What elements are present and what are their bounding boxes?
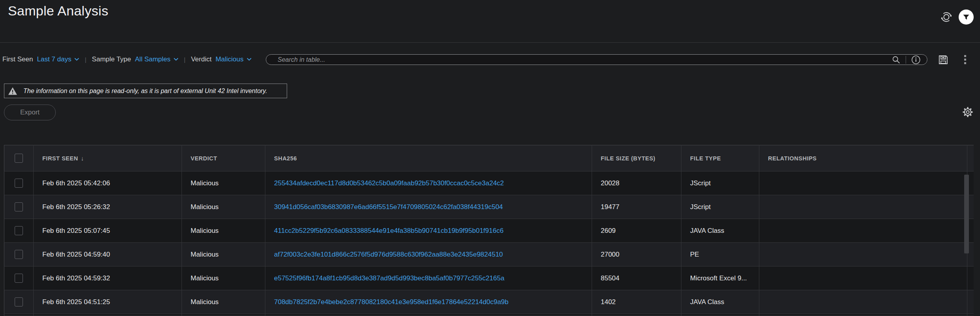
refresh-sync-icon xyxy=(940,10,953,24)
cell-first-seen: Feb 6th 2025 05:42:06 xyxy=(34,171,182,195)
filter-verdict-label: Verdict xyxy=(191,55,212,63)
filter-first-seen-label: First Seen xyxy=(2,55,33,63)
search-icon[interactable] xyxy=(892,55,901,64)
column-header-relationships[interactable]: RELATIONSHIPS xyxy=(759,145,967,171)
cell-file-size: 85504 xyxy=(592,267,681,290)
cell-verdict: Malicious xyxy=(182,219,265,243)
table-search xyxy=(266,54,927,65)
gear-icon xyxy=(962,106,974,118)
column-header-file-type[interactable]: FILE TYPE xyxy=(681,145,759,171)
sha256-link[interactable]: 255434afdecd0ec117d8d0b53462c5b0a09faab9… xyxy=(274,179,504,187)
select-all-checkbox[interactable] xyxy=(15,154,23,163)
topbar-icons xyxy=(940,10,974,25)
page-title: Sample Analysis xyxy=(8,3,108,19)
column-header-verdict[interactable]: VERDICT xyxy=(182,145,265,171)
cell-file-type: JScript xyxy=(681,195,759,219)
scrollbar-track-cell xyxy=(967,267,974,290)
cell-file-size: 20028 xyxy=(592,171,681,195)
header-divider xyxy=(0,42,980,43)
cell-verdict: Malicious xyxy=(182,243,265,267)
table-row[interactable]: Feb 6th 2025 05:26:32 Malicious 30941d05… xyxy=(4,195,974,219)
row-checkbox[interactable] xyxy=(15,179,23,188)
cell-first-seen: Feb 6th 2025 04:59:32 xyxy=(34,267,182,290)
column-header-first-seen[interactable]: FIRST SEEN↓ xyxy=(34,145,182,171)
cell-file-type: Microsoft Excel 9... xyxy=(681,267,759,290)
cell-first-seen: Feb 6th 2025 05:07:45 xyxy=(34,219,182,243)
save-view-button[interactable] xyxy=(938,55,948,65)
filter-first-seen-value[interactable]: Last 7 days xyxy=(37,55,79,63)
table-row[interactable]: Feb 6th 2025 04:59:32 Malicious e57525f9… xyxy=(4,267,974,290)
cell-verdict: Malicious xyxy=(182,195,265,219)
cell-first-seen: Feb 6th 2025 04:51:25 xyxy=(34,290,182,314)
refresh-sync-button[interactable] xyxy=(940,10,953,24)
table-row[interactable]: Feb 6th 2025 05:07:45 Malicious 411cc2b5… xyxy=(4,219,974,243)
kebab-dot xyxy=(964,59,966,61)
more-options-kebab-button[interactable] xyxy=(964,55,966,64)
user-filter-avatar-button[interactable] xyxy=(959,10,974,25)
cell-relationships xyxy=(759,171,967,195)
chevron-down-icon xyxy=(247,58,252,61)
filter-separator: | xyxy=(85,56,86,63)
sample-analysis-page: Sample Analysis xyxy=(0,0,980,316)
search-input[interactable] xyxy=(277,56,892,64)
notice-text: The information on this page is read-onl… xyxy=(23,88,267,95)
chevron-down-icon xyxy=(174,58,178,61)
warning-triangle-icon xyxy=(8,87,17,95)
filter-sample-type-label: Sample Type xyxy=(92,55,131,63)
cell-file-size: 1402 xyxy=(592,290,681,314)
cell-file-type: JAVA Class xyxy=(681,290,759,314)
kebab-dot xyxy=(964,55,966,57)
cell-verdict: Malicious xyxy=(182,290,265,314)
filter-separator: | xyxy=(184,56,185,63)
cell-verdict: Malicious xyxy=(182,267,265,290)
cell-file-type: JAVA Class xyxy=(681,219,759,243)
filter-sample-type-value[interactable]: All Samples xyxy=(135,55,178,63)
vertical-scrollbar[interactable] xyxy=(964,175,969,253)
scrollbar-track-cell xyxy=(967,290,974,314)
sha256-link[interactable]: 411cc2b5229f5b92c6a0833388544e91e4fa38b5… xyxy=(274,227,503,234)
column-header-file-size[interactable]: FILE SIZE (BYTES) xyxy=(592,145,681,171)
cell-file-size: 27000 xyxy=(592,243,681,267)
cell-relationships xyxy=(759,290,967,314)
cell-file-size: 19477 xyxy=(592,195,681,219)
funnel-filter-icon xyxy=(962,13,970,21)
cell-file-type: JScript xyxy=(681,171,759,195)
search-divider xyxy=(906,56,906,64)
cell-relationships xyxy=(759,195,967,219)
sha256-link[interactable]: e57525f96fb174a8f1cb95d8d3e387ad9d5d993b… xyxy=(274,274,504,282)
cell-verdict: Malicious xyxy=(182,171,265,195)
sort-descending-icon: ↓ xyxy=(81,155,84,162)
samples-table: FIRST SEEN↓ VERDICT SHA256 FILE SIZE (BY… xyxy=(4,145,974,316)
sha256-link[interactable]: 30941d056caf03b6830987e6ad66f5515e7f4709… xyxy=(274,203,503,211)
avatar xyxy=(959,10,974,25)
cell-file-size: 2609 xyxy=(592,219,681,243)
export-button[interactable]: Export xyxy=(4,105,56,120)
scrollbar-column-header xyxy=(967,145,974,171)
row-checkbox[interactable] xyxy=(15,274,23,283)
read-only-notice: The information on this page is read-onl… xyxy=(4,84,287,98)
table-settings-button[interactable] xyxy=(962,106,974,118)
cell-relationships xyxy=(759,219,967,243)
row-checkbox[interactable] xyxy=(15,202,23,211)
cell-file-type: PE xyxy=(681,243,759,267)
row-checkbox[interactable] xyxy=(15,226,23,235)
column-header-sha256[interactable]: SHA256 xyxy=(265,145,592,171)
save-floppy-icon xyxy=(938,55,948,65)
chevron-down-icon xyxy=(74,58,79,61)
table-row[interactable]: Feb 6th 2025 04:59:40 Malicious af72f003… xyxy=(4,243,974,267)
table-row[interactable]: Feb 6th 2025 05:42:06 Malicious 255434af… xyxy=(4,171,974,195)
filter-verdict-value[interactable]: Malicious xyxy=(216,55,252,63)
row-checkbox[interactable] xyxy=(15,297,23,306)
table-row[interactable]: Feb 6th 2025 04:51:25 Malicious 708db782… xyxy=(4,290,974,314)
sha256-link[interactable]: af72f003c2e3fe101d866c2576f5d976d9588c63… xyxy=(274,251,503,258)
info-icon[interactable] xyxy=(911,55,921,65)
table-row-partial xyxy=(4,314,974,316)
filter-bar: First Seen Last 7 days | Sample Type All… xyxy=(2,54,252,65)
cell-first-seen: Feb 6th 2025 05:26:32 xyxy=(34,195,182,219)
cell-relationships xyxy=(759,243,967,267)
sha256-link[interactable]: 708db7825f2b7e4bebe2c8778082180c41e3e958… xyxy=(274,298,509,306)
table-header-row: FIRST SEEN↓ VERDICT SHA256 FILE SIZE (BY… xyxy=(4,145,974,171)
cell-first-seen: Feb 6th 2025 04:59:40 xyxy=(34,243,182,267)
kebab-dot xyxy=(964,62,966,64)
row-checkbox[interactable] xyxy=(15,250,23,259)
